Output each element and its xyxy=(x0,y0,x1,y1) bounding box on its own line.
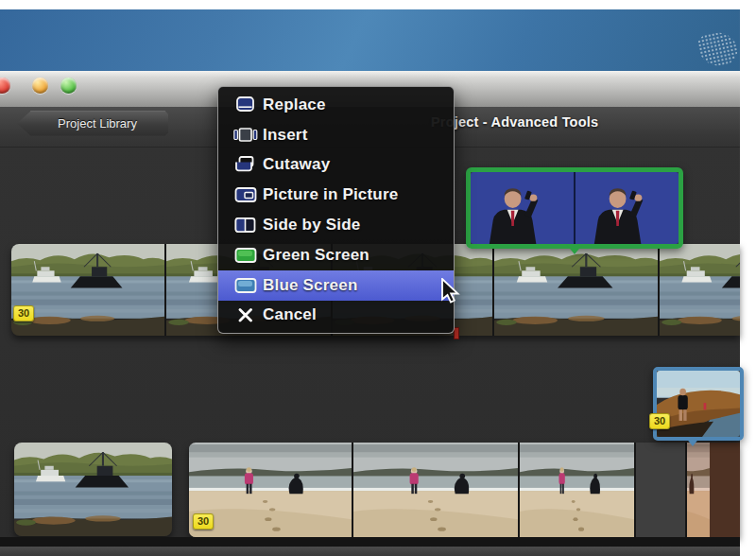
project-library-button[interactable]: Project Library xyxy=(17,111,168,136)
menu-item-insert[interactable]: Insert xyxy=(218,120,454,150)
menu-item-side-by-side[interactable]: Side by Side xyxy=(218,210,454,240)
wallpaper-sparkle xyxy=(696,28,741,70)
menu-item-replace[interactable]: Replace xyxy=(218,90,454,120)
blue-screen-icon xyxy=(229,277,263,294)
menu-item-label: Side by Side xyxy=(263,216,361,235)
filmstrip-beach[interactable] xyxy=(189,443,740,537)
drag-and-drop-context-menu: Replace Insert Cutaway Picture in Pictur… xyxy=(217,86,455,334)
bottom-bar xyxy=(0,547,740,556)
timeline-bottom-gap xyxy=(0,537,740,547)
bluescreen-clip-selected-green[interactable] xyxy=(466,167,683,249)
filmstrip-frame[interactable] xyxy=(636,443,687,537)
project-title: Project - Advanced Tools xyxy=(431,114,658,130)
duration-badge: 30 xyxy=(649,413,670,429)
clip-frame[interactable] xyxy=(576,172,679,244)
duration-badge: 30 xyxy=(13,305,34,321)
menu-item-label: Cancel xyxy=(263,305,317,324)
filmstrip-frame[interactable] xyxy=(11,244,166,336)
cutaway-clip-selected-blue[interactable] xyxy=(653,367,744,441)
menu-item-green-screen[interactable]: Green Screen xyxy=(218,240,454,270)
replace-icon xyxy=(229,96,263,113)
menu-item-label: Replace xyxy=(263,96,326,114)
filmstrip-frame[interactable] xyxy=(494,244,660,336)
clip-connector-arrow xyxy=(685,437,700,446)
menu-item-label: Blue Screen xyxy=(263,276,357,295)
menu-item-picture-in-picture[interactable]: Picture in Picture xyxy=(218,180,454,210)
screenshot-stage: Project Library Project - Advanced Tools… xyxy=(0,0,756,556)
menu-item-label: Insert xyxy=(263,126,308,145)
filmstrip-frame[interactable] xyxy=(353,443,520,537)
picture-in-picture-icon xyxy=(229,186,263,203)
filmstrip-frame[interactable] xyxy=(520,443,636,537)
desktop-wallpaper xyxy=(0,9,740,71)
filmstrip-frame[interactable] xyxy=(687,443,740,537)
insert-icon xyxy=(229,127,263,143)
project-library-label: Project Library xyxy=(48,116,137,130)
zoom-window-button[interactable] xyxy=(60,78,77,94)
green-screen-icon xyxy=(229,247,263,264)
clip-frame[interactable] xyxy=(471,172,576,244)
cutaway-icon xyxy=(229,156,263,173)
minimize-window-button[interactable] xyxy=(32,78,48,94)
menu-item-cancel[interactable]: Cancel xyxy=(218,301,454,331)
mouse-cursor xyxy=(440,278,461,308)
menu-item-blue-screen[interactable]: Blue Screen xyxy=(218,270,454,301)
duration-badge: 30 xyxy=(193,513,214,530)
filmstrip-frame[interactable] xyxy=(660,244,740,336)
menu-item-cutaway[interactable]: Cutaway xyxy=(218,150,454,181)
filmstrip-boat-lower[interactable] xyxy=(14,443,172,536)
clip-connector-arrow xyxy=(566,244,583,254)
filmstrip-frame[interactable] xyxy=(189,443,353,537)
side-by-side-icon xyxy=(229,217,263,234)
menu-item-label: Green Screen xyxy=(263,246,369,265)
menu-item-label: Picture in Picture xyxy=(263,185,398,204)
menu-item-label: Cutaway xyxy=(263,155,330,174)
cancel-icon xyxy=(229,307,263,323)
